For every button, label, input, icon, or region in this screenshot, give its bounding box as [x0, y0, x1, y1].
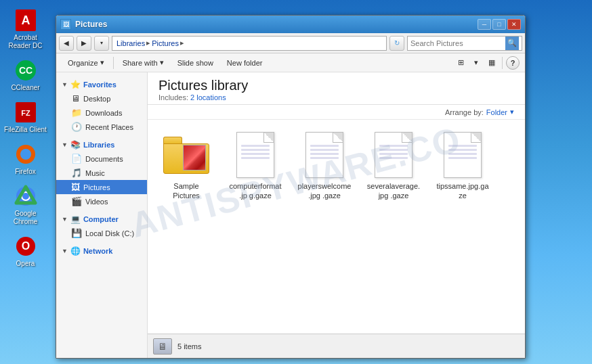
file-label-sample-pictures: Sample Pictures — [159, 181, 213, 201]
chrome-label: Google Chrome — [4, 210, 47, 226]
includes-value[interactable]: 2 locations — [190, 93, 226, 101]
organize-button[interactable]: Organize ▾ — [62, 55, 110, 70]
minimize-button[interactable]: ─ — [478, 19, 491, 30]
path-separator-1: ▸ — [146, 39, 150, 47]
back-button[interactable]: ◀ — [59, 36, 74, 51]
close-button[interactable]: ✕ — [507, 19, 521, 30]
forward-button[interactable]: ▶ — [77, 36, 91, 51]
opera-icon: O — [14, 234, 38, 258]
view-dropdown-button[interactable]: ▾ — [469, 56, 483, 70]
file-item-sample-pictures[interactable]: Sample Pictures — [156, 128, 217, 204]
arrange-value[interactable]: Folder — [486, 108, 507, 116]
search-input[interactable] — [410, 39, 505, 47]
desktop-sidebar-label: Desktop — [83, 95, 110, 103]
status-bar: 🖥 5 items — [148, 334, 525, 358]
doc-icon-1 — [236, 132, 274, 178]
sidebar-network-header[interactable]: ▼ 🌐 Network — [56, 244, 147, 258]
sidebar-item-desktop[interactable]: 🖥 Desktop — [56, 91, 147, 106]
music-label: Music — [85, 169, 105, 177]
acrobat-label: Acrobat Reader DC — [4, 34, 47, 50]
window-title: Pictures — [75, 20, 476, 29]
maximize-button[interactable]: □ — [492, 19, 506, 30]
arrange-row: Arrange by: Folder ▾ — [148, 105, 525, 120]
refresh-button[interactable]: ↻ — [389, 36, 404, 51]
toolbar-separator-1 — [113, 57, 114, 69]
pictures-sidebar-icon: 🖼 — [71, 182, 80, 192]
doc-line — [241, 145, 270, 147]
pictures-label: Pictures — [83, 183, 110, 191]
recent-pages-button[interactable]: ▾ — [94, 36, 109, 51]
doc-line — [241, 157, 270, 159]
local-disk-label: Local Disk (C:) — [85, 229, 134, 237]
acrobat-icon: A — [14, 8, 38, 32]
sidebar-item-videos[interactable]: 🎬 Videos — [56, 194, 147, 208]
explorer-window: 🖼 Pictures ─ □ ✕ ◀ ▶ ▾ Libraries ▸ Pictu… — [56, 15, 526, 359]
downloads-label: Downloads — [85, 109, 122, 117]
file-item-tipssame[interactable]: tipssame.jpg.gaze — [432, 128, 493, 204]
slide-show-button[interactable]: Slide show — [171, 55, 219, 70]
svg-text:CC: CC — [18, 65, 32, 76]
doc-icon-3 — [375, 132, 413, 178]
sidebar-libraries-header[interactable]: ▼ 📚 Libraries — [56, 138, 147, 152]
desktop-icon-firefox[interactable]: Firefox — [3, 141, 49, 177]
doc-icon-area-3 — [370, 131, 417, 179]
libraries-breadcrumb[interactable]: Libraries — [117, 39, 145, 47]
sidebar-item-documents[interactable]: 📄 Documents — [56, 152, 147, 166]
desktop-icon-filezilla[interactable]: FZ FileZilla Client — [3, 99, 49, 135]
libraries-arrow: ▼ — [62, 141, 68, 148]
ccleaner-label: CCleaner — [11, 84, 39, 92]
desktop-icon-opera[interactable]: O Opera — [3, 233, 49, 269]
file-item-severalaverage[interactable]: severalaverage.jpg .gaze — [363, 128, 424, 204]
network-sidebar-icon: 🌐 — [70, 246, 81, 256]
recent-icon: 🕐 — [71, 122, 82, 132]
desktop-icon-ccleaner[interactable]: CC CCleaner — [3, 57, 49, 93]
favorites-label: Favorites — [83, 81, 117, 89]
pictures-breadcrumb[interactable]: Pictures — [152, 39, 179, 47]
doc-icon-area-4 — [439, 131, 486, 179]
library-subtitle: Includes: 2 locations — [158, 93, 514, 101]
downloads-icon: 📁 — [71, 108, 82, 118]
status-item-count: 5 items — [177, 342, 201, 350]
videos-label: Videos — [85, 198, 108, 206]
folder-photo — [183, 145, 206, 170]
layout-toggle-button[interactable]: ▦ — [485, 56, 499, 70]
sidebar-computer-header[interactable]: ▼ 💻 Computer — [56, 212, 147, 226]
favorites-arrow: ▼ — [62, 81, 68, 88]
search-box[interactable]: 🔍 — [407, 36, 522, 51]
doc-lines-2 — [306, 133, 343, 165]
folder-icon-area — [163, 131, 210, 179]
sidebar-item-local-disk[interactable]: 💾 Local Disk (C:) — [56, 226, 147, 240]
desktop-icon-chrome[interactable]: Google Chrome — [3, 183, 49, 227]
title-bar: 🖼 Pictures ─ □ ✕ — [56, 16, 525, 33]
view-options-button[interactable]: ⊞ — [454, 56, 467, 70]
sidebar-item-downloads[interactable]: 📁 Downloads — [56, 106, 147, 120]
file-item-playerswelcome[interactable]: playerswelcome.jpg .gaze — [294, 128, 355, 204]
file-item-computerformat[interactable]: computerformat.jp g.gaze — [225, 128, 286, 204]
doc-line — [448, 153, 477, 155]
folder-body — [163, 143, 209, 174]
doc-line — [379, 157, 408, 159]
sidebar-item-recent[interactable]: 🕐 Recent Places — [56, 120, 147, 134]
doc-icon-area-2 — [301, 131, 348, 179]
search-button[interactable]: 🔍 — [505, 37, 519, 50]
address-path[interactable]: Libraries ▸ Pictures ▸ — [112, 36, 387, 51]
new-folder-button[interactable]: New folder — [221, 55, 269, 70]
desktop-sidebar-icon: 🖥 — [71, 93, 80, 104]
documents-label: Documents — [85, 155, 123, 163]
svg-text:A: A — [21, 14, 30, 27]
share-with-button[interactable]: Share with ▾ — [117, 55, 170, 70]
doc-line — [310, 157, 339, 159]
svg-text:FZ: FZ — [21, 109, 30, 117]
svg-text:O: O — [21, 240, 29, 252]
desktop-icon-acrobat[interactable]: A Acrobat Reader DC — [3, 7, 49, 51]
arrange-arrow[interactable]: ▾ — [510, 108, 514, 116]
help-button[interactable]: ? — [506, 56, 520, 70]
sidebar-item-music[interactable]: 🎵 Music — [56, 166, 147, 180]
files-grid: Sample Pictures — [148, 120, 525, 334]
path-separator-2: ▸ — [180, 39, 184, 47]
content-area: ▼ ⭐ Favorites 🖥 Desktop 📁 Downloads 🕐 Re… — [56, 72, 525, 358]
doc-lines-3 — [375, 133, 412, 165]
sidebar-favorites-header[interactable]: ▼ ⭐ Favorites — [56, 78, 147, 91]
sidebar-item-pictures[interactable]: 🖼 Pictures — [56, 180, 147, 194]
firefox-icon — [14, 142, 38, 166]
